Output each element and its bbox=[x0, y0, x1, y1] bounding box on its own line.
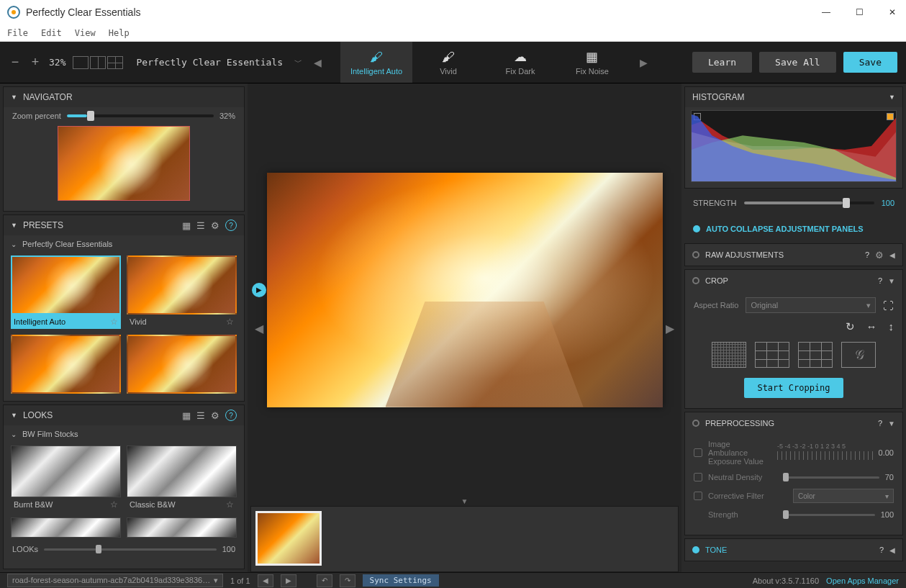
looks-grid-view-icon[interactable]: ▦ bbox=[182, 410, 191, 421]
looks-settings-icon[interactable]: ⚙ bbox=[211, 410, 219, 421]
prev-file-button[interactable]: ◀ bbox=[258, 574, 273, 587]
presets-collapse-icon[interactable]: ▼ bbox=[11, 222, 17, 229]
looks-help-icon[interactable]: ? bbox=[225, 410, 237, 421]
page-indicator: 1 of 1 bbox=[230, 576, 250, 585]
crop-toggle-icon[interactable] bbox=[692, 277, 699, 284]
presets-list-view-icon[interactable]: ☰ bbox=[196, 220, 205, 231]
view-split-button[interactable] bbox=[90, 56, 106, 69]
crop-icon[interactable]: ⛶ bbox=[883, 299, 894, 312]
raw-help-icon[interactable]: ? bbox=[865, 250, 869, 259]
menu-view[interactable]: View bbox=[75, 28, 96, 38]
preset-intelligent-auto[interactable]: Intelligent Auto☆ bbox=[11, 255, 121, 329]
strength-slider[interactable] bbox=[744, 202, 874, 204]
start-cropping-button[interactable]: Start Cropping bbox=[744, 378, 843, 398]
raw-settings-icon[interactable]: ⚙ bbox=[875, 250, 884, 261]
tab-prev-button[interactable]: ◀ bbox=[309, 57, 326, 68]
favorite-icon[interactable]: ☆ bbox=[110, 499, 118, 510]
save-button[interactable]: Save bbox=[843, 52, 897, 73]
learn-button[interactable]: Learn bbox=[692, 52, 752, 73]
highlight-clip-indicator[interactable] bbox=[887, 113, 894, 120]
menu-edit[interactable]: Edit bbox=[41, 28, 62, 38]
navigator-collapse-icon[interactable]: ▼ bbox=[11, 94, 17, 101]
raw-expand-icon[interactable]: ◀ bbox=[889, 251, 895, 259]
grid-dense-button[interactable] bbox=[712, 342, 746, 368]
view-single-button[interactable] bbox=[73, 56, 89, 69]
crop-collapse-icon[interactable]: ▼ bbox=[888, 277, 895, 285]
tab-next-button[interactable]: ▶ bbox=[635, 57, 652, 68]
grid-thirds-button[interactable] bbox=[755, 342, 789, 368]
preset-group-chevron-icon[interactable]: ⌄ bbox=[11, 240, 17, 248]
rotate-icon[interactable]: ↻ bbox=[846, 320, 855, 333]
before-after-toggle[interactable]: ▶ bbox=[252, 283, 266, 297]
tone-help-icon[interactable]: ? bbox=[879, 546, 884, 554]
undo-button[interactable]: ↶ bbox=[317, 574, 332, 587]
grid-golden-button[interactable]: 𝒢 bbox=[841, 342, 876, 368]
favorite-icon[interactable]: ☆ bbox=[226, 317, 234, 327]
menu-file[interactable]: File bbox=[7, 28, 28, 38]
zoom-in-button[interactable]: + bbox=[29, 55, 42, 70]
close-button[interactable]: ✕ bbox=[886, 7, 899, 17]
raw-toggle-icon[interactable] bbox=[692, 251, 699, 258]
flip-horizontal-icon[interactable]: ↔ bbox=[866, 320, 877, 333]
maximize-button[interactable]: ☐ bbox=[853, 7, 866, 17]
presets-grid-view-icon[interactable]: ▦ bbox=[182, 220, 191, 231]
doc-dropdown-icon[interactable]: ﹀ bbox=[294, 57, 302, 68]
grid-quarters-button[interactable] bbox=[798, 342, 833, 368]
looks-group-chevron-icon[interactable]: ⌄ bbox=[11, 430, 17, 438]
looks-strength-slider[interactable] bbox=[44, 548, 217, 551]
look-item[interactable] bbox=[11, 517, 121, 538]
looks-collapse-icon[interactable]: ▼ bbox=[11, 412, 17, 419]
presets-help-icon[interactable]: ? bbox=[225, 220, 237, 231]
preset-item[interactable] bbox=[11, 335, 121, 394]
sync-settings-button[interactable]: Sync Settings bbox=[363, 574, 439, 587]
zoom-out-button[interactable]: − bbox=[9, 55, 22, 70]
auto-collapse-toggle[interactable]: AUTO COLLAPSE ADJUSTMENT PANELS bbox=[684, 217, 903, 240]
preset-item[interactable] bbox=[127, 335, 237, 394]
tone-expand-icon[interactable]: ◀ bbox=[889, 546, 895, 554]
favorite-icon[interactable]: ☆ bbox=[110, 317, 118, 327]
image-next-button[interactable]: ▶ bbox=[663, 318, 677, 338]
image-ambulance-checkbox[interactable] bbox=[694, 448, 702, 457]
flip-vertical-icon[interactable]: ↕ bbox=[889, 320, 894, 333]
preprocessing-collapse-icon[interactable]: ▼ bbox=[888, 420, 895, 428]
filmstrip-collapse-icon[interactable]: ▼ bbox=[248, 496, 681, 506]
presets-settings-icon[interactable]: ⚙ bbox=[211, 220, 219, 231]
favorite-icon[interactable]: ☆ bbox=[226, 499, 234, 510]
corrective-filter-checkbox[interactable] bbox=[694, 492, 702, 500]
looks-list-view-icon[interactable]: ☰ bbox=[196, 410, 205, 421]
open-apps-manager-link[interactable]: Open Apps Manager bbox=[826, 576, 899, 585]
tab-fix-dark[interactable]: ☁ Fix Dark bbox=[484, 42, 556, 83]
tab-fix-noise[interactable]: ▦ Fix Noise bbox=[556, 42, 628, 83]
minimize-button[interactable]: — bbox=[820, 7, 833, 17]
neutral-density-checkbox[interactable] bbox=[694, 473, 702, 481]
menu-help[interactable]: Help bbox=[109, 28, 130, 38]
file-selector[interactable]: road-forest-season-autumn-acb7a2b0419ad3… bbox=[7, 574, 223, 587]
redo-button[interactable]: ↷ bbox=[340, 574, 355, 587]
preprocessing-title: PREPROCESSING bbox=[705, 419, 774, 428]
main-canvas[interactable] bbox=[267, 173, 663, 407]
preprocessing-toggle-icon[interactable] bbox=[692, 420, 699, 427]
preprocessing-help-icon[interactable]: ? bbox=[878, 419, 882, 428]
tab-vivid[interactable]: 🖌 Vivid bbox=[412, 42, 484, 83]
look-item[interactable] bbox=[127, 517, 237, 538]
look-burnt-bw[interactable]: Burnt B&W☆ bbox=[11, 445, 121, 512]
exposure-ruler[interactable]: -5 -4 -3 -2 -1 0 1 2 3 4 5 bbox=[777, 444, 873, 461]
zoom-slider[interactable] bbox=[67, 114, 214, 117]
filmstrip-thumbnail[interactable] bbox=[255, 511, 322, 566]
navigator-thumbnail[interactable] bbox=[58, 126, 190, 201]
look-classic-bw[interactable]: Classic B&W☆ bbox=[127, 445, 237, 512]
view-quad-button[interactable] bbox=[107, 56, 123, 69]
save-all-button[interactable]: Save All bbox=[759, 52, 836, 73]
histogram-collapse-icon[interactable]: ▼ bbox=[889, 94, 895, 101]
tone-toggle-icon[interactable] bbox=[692, 546, 699, 553]
histogram-title: HISTOGRAM bbox=[692, 92, 744, 102]
tab-intelligent-auto[interactable]: 🖌 Intelligent Auto bbox=[340, 42, 412, 83]
corrective-filter-select[interactable]: Color▾ bbox=[793, 489, 894, 503]
aspect-ratio-select[interactable]: Original▾ bbox=[746, 297, 876, 313]
pp-strength-label: Strength bbox=[708, 510, 777, 519]
next-file-button[interactable]: ▶ bbox=[281, 574, 296, 587]
neutral-density-slider[interactable] bbox=[783, 476, 879, 479]
crop-help-icon[interactable]: ? bbox=[878, 276, 882, 285]
preset-vivid[interactable]: Vivid☆ bbox=[127, 255, 237, 329]
pp-strength-slider[interactable] bbox=[783, 514, 875, 516]
